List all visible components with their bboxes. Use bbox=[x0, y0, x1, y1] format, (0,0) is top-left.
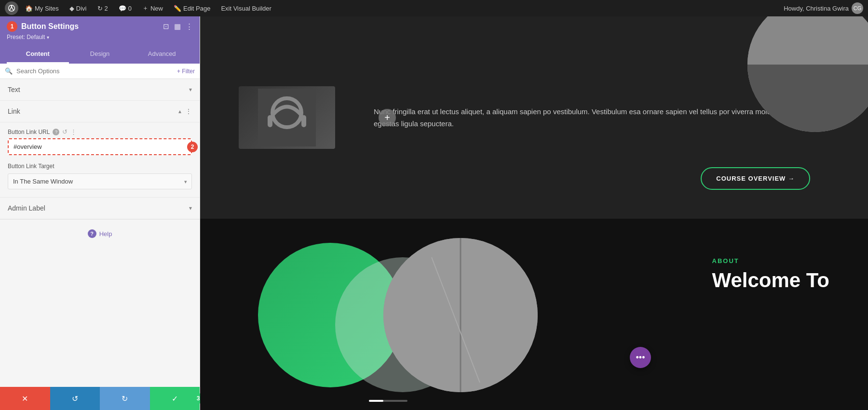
wp-admin-bar: 🏠 My Sites ◆ Divi ↻ 2 💬 0 ＋ New ✏️ Edit … bbox=[0, 0, 868, 16]
avatar: CG bbox=[852, 2, 863, 14]
search-icon: 🔍 bbox=[5, 67, 13, 75]
preview-bottom-section: ••• ABOUT Welcome To bbox=[200, 219, 868, 410]
link-section-label: Link bbox=[8, 107, 20, 115]
url-field-label: Button Link URL bbox=[8, 129, 50, 135]
cancel-button[interactable]: ✕ bbox=[0, 387, 50, 410]
text-section-header[interactable]: Text ▾ bbox=[0, 79, 200, 101]
help-button[interactable]: ? Help bbox=[88, 229, 112, 238]
house-icon: 🏠 bbox=[25, 5, 33, 12]
search-bar: 🔍 + Filter bbox=[0, 64, 200, 79]
target-select[interactable]: In The Same Window In The New Tab bbox=[8, 173, 192, 189]
divi-icon: ◆ bbox=[69, 5, 74, 12]
admin-chevron-icon: ▾ bbox=[189, 205, 192, 212]
about-section: ABOUT Welcome To bbox=[712, 257, 830, 291]
panel-content: Text ▾ Link ▴ ⋮ Button Link URL ? ↺ ⋮ bbox=[0, 79, 200, 387]
step-badge-1: 1 bbox=[7, 21, 17, 32]
my-sites-link[interactable]: 🏠 My Sites bbox=[21, 5, 63, 12]
headphones-image bbox=[239, 86, 335, 149]
layout-icon[interactable]: ▦ bbox=[174, 22, 181, 31]
text-section-label: Text bbox=[8, 86, 20, 93]
target-field-label: Button Link Target bbox=[8, 163, 54, 170]
tab-design[interactable]: Design bbox=[69, 45, 131, 64]
preview-top-section: + Nunc fringilla erat ut lectus aliquet,… bbox=[200, 16, 868, 219]
filter-button[interactable]: + Filter bbox=[177, 68, 195, 75]
redo-button[interactable]: ↻ bbox=[100, 387, 150, 410]
url-reset-icon[interactable]: ↺ bbox=[62, 128, 68, 135]
add-element-button[interactable]: + bbox=[379, 109, 396, 126]
wp-logo-icon[interactable] bbox=[5, 1, 18, 15]
help-area: ? Help bbox=[0, 220, 200, 248]
slider-indicator bbox=[369, 400, 407, 402]
preset-dropdown-arrow[interactable]: ▾ bbox=[47, 35, 49, 40]
svg-rect-6 bbox=[747, 16, 868, 65]
target-select-wrapper: In The Same Window In The New Tab ▾ bbox=[8, 173, 192, 189]
tab-advanced[interactable]: Advanced bbox=[131, 45, 193, 64]
photo-circle bbox=[383, 238, 538, 392]
panel-title: Button Settings bbox=[21, 22, 79, 31]
course-overview-button[interactable]: COURSE OVERVIEW → bbox=[701, 167, 810, 190]
tab-content[interactable]: Content bbox=[7, 45, 69, 64]
settings-panel: 1 Button Settings ⊡ ▦ ⋮ Preset: Default … bbox=[0, 16, 200, 410]
link-section-header[interactable]: Link ▴ ⋮ bbox=[0, 101, 200, 122]
expand-icon[interactable]: ⊡ bbox=[163, 22, 169, 31]
url-help-icon[interactable]: ? bbox=[53, 129, 59, 135]
plus-icon: ＋ bbox=[142, 4, 149, 13]
divi-link[interactable]: ◆ Divi bbox=[66, 5, 91, 12]
more-icon[interactable]: ⋮ bbox=[186, 22, 193, 31]
undo-button[interactable]: ↺ bbox=[50, 387, 100, 410]
url-input[interactable] bbox=[8, 138, 192, 155]
floating-action-button[interactable]: ••• bbox=[630, 347, 651, 368]
welcome-title: Welcome To bbox=[712, 269, 830, 291]
svg-rect-3 bbox=[268, 115, 272, 127]
link-section-content: Button Link URL ? ↺ ⋮ 2 Button Link Targ… bbox=[0, 128, 200, 198]
refresh-icon: ↻ bbox=[97, 5, 103, 12]
user-greeting: Howdy, Christina Gwira CG bbox=[784, 2, 863, 14]
preset-row: Preset: Default ▾ bbox=[7, 34, 193, 40]
panel-header: 1 Button Settings ⊡ ▦ ⋮ Preset: Default … bbox=[0, 16, 200, 64]
save-button[interactable]: ✓ 3 bbox=[150, 387, 200, 410]
comment-icon: 💬 bbox=[119, 5, 126, 12]
about-label: ABOUT bbox=[712, 257, 830, 265]
text-chevron-icon: ▾ bbox=[189, 86, 192, 93]
admin-label-text: Admin Label bbox=[8, 204, 45, 212]
comment-count[interactable]: ↻ 2 bbox=[94, 5, 112, 12]
step-badge-2: 2 bbox=[187, 142, 198, 152]
help-icon: ? bbox=[88, 229, 96, 238]
preview-body-text: Nunc fringilla erat ut lectus aliquet, a… bbox=[374, 106, 829, 130]
slider-active bbox=[369, 400, 383, 402]
admin-label-header[interactable]: Admin Label ▾ bbox=[0, 198, 200, 219]
admin-label-section: Admin Label ▾ bbox=[0, 198, 200, 220]
url-more-icon[interactable]: ⋮ bbox=[70, 128, 77, 135]
exit-builder-button[interactable]: Exit Visual Builder bbox=[217, 5, 275, 12]
link-more-icon[interactable]: ⋮ bbox=[185, 107, 192, 115]
page-preview: + Nunc fringilla erat ut lectus aliquet,… bbox=[200, 16, 868, 410]
pencil-icon: ✏️ bbox=[174, 5, 181, 12]
edit-page-link[interactable]: ✏️ Edit Page bbox=[170, 5, 214, 12]
new-button[interactable]: ＋ New bbox=[138, 4, 167, 13]
panel-tabs: Content Design Advanced bbox=[7, 45, 193, 64]
search-input[interactable] bbox=[16, 67, 173, 75]
comment-icon-item[interactable]: 💬 0 bbox=[115, 5, 136, 12]
svg-rect-4 bbox=[301, 115, 306, 127]
link-chevron-icon: ▴ bbox=[178, 108, 181, 115]
bottom-action-bar: ✕ ↺ ↻ ✓ 3 bbox=[0, 387, 200, 410]
